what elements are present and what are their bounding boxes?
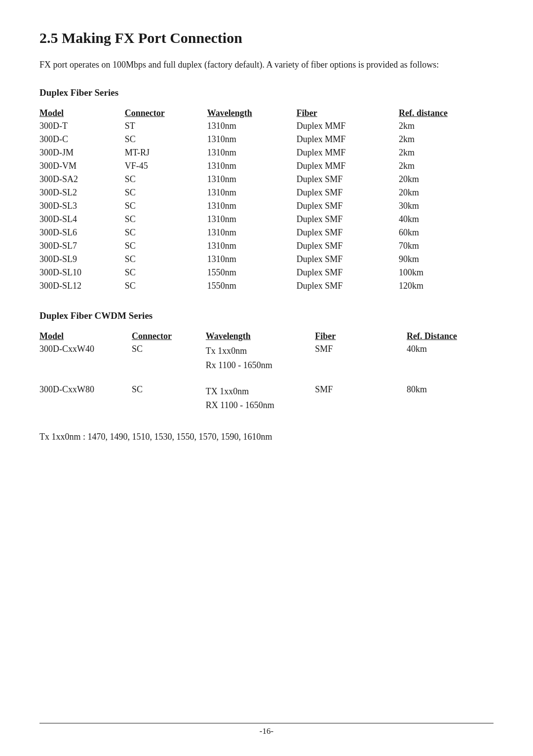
table-row: 300D-SL4SC1310nmDuplex SMF40km [39,213,494,226]
cell-model: 300D-SL6 [39,226,125,239]
col-header-connector: Connector [125,107,207,119]
table-row: 300D-VMVF-451310nmDuplex MMF2km [39,159,494,173]
section1-subtitle: Duplex Fiber Series [39,87,494,98]
intro-paragraph: FX port operates on 100Mbps and full dup… [39,58,494,72]
cell-fiber: Duplex SMF [297,186,399,199]
cell-wavelength: 1310nm [207,213,297,226]
note-text: Tx 1xx0nm : 1470, 1490, 1510, 1530, 1550… [39,432,494,442]
cell-ref_distance: 2km [399,159,494,173]
cell-model: 300D-VM [39,159,125,173]
cwdm-fiber-table: Model Connector Wavelength Fiber Ref. Di… [39,330,494,414]
table-row: 300D-SL12SC1550nmDuplex SMF120km [39,279,494,293]
cell-wavelength: TX 1xx0nmRX 1100 - 1650nm [206,383,315,415]
cell-model: 300D-SA2 [39,173,125,186]
cell-wavelength: 1310nm [207,173,297,186]
col-header-fiber: Fiber [297,107,399,119]
cell-model: 300D-SL2 [39,186,125,199]
cwdm-col-header-fiber: Fiber [315,330,407,342]
table-row: 300D-SL9SC1310nmDuplex SMF90km [39,253,494,266]
cell-ref_distance: 2km [399,146,494,159]
cell-connector: VF-45 [125,159,207,173]
table-row: 300D-JMMT-RJ1310nmDuplex MMF2km [39,146,494,159]
cell-wavelength: 1310nm [207,253,297,266]
cell-fiber: Duplex SMF [297,213,399,226]
cell-fiber: Duplex SMF [297,279,399,293]
table-row: 300D-SL2SC1310nmDuplex SMF20km [39,186,494,199]
cell-wavelength: 1310nm [207,199,297,213]
table-row: 300D-CSC1310nmDuplex MMF2km [39,133,494,146]
table-row: 300D-SL7SC1310nmDuplex SMF70km [39,239,494,253]
cell-fiber: Duplex MMF [297,119,399,133]
cell-connector: MT-RJ [125,146,207,159]
cell-connector: SC [125,173,207,186]
cell-connector: SC [132,383,206,415]
cell-model: 300D-SL7 [39,239,125,253]
cell-fiber: SMF [315,342,407,374]
cell-model: 300D-CxxW80 [39,383,132,415]
cell-model: 300D-T [39,119,125,133]
cell-ref-distance: 80km [407,383,494,415]
cell-connector: SC [125,199,207,213]
table-row: 300D-CxxW80SCTX 1xx0nmRX 1100 - 1650nmSM… [39,383,494,415]
table-row: 300D-SA2SC1310nmDuplex SMF20km [39,173,494,186]
col-header-refdist: Ref. distance [399,107,494,119]
footer-divider [39,723,494,723]
cell-connector: SC [125,239,207,253]
cwdm-col-header-refdist: Ref. Distance [407,330,494,342]
cell-fiber: Duplex MMF [297,133,399,146]
cell-model: 300D-SL3 [39,199,125,213]
page-footer: -16- [0,723,533,736]
cell-connector: SC [125,213,207,226]
cell-ref-distance: 40km [407,342,494,374]
table-row: 300D-SL6SC1310nmDuplex SMF60km [39,226,494,239]
cell-wavelength: 1310nm [207,239,297,253]
cell-model: 300D-CxxW40 [39,342,132,374]
table-row: 300D-CxxW40SCTx 1xx0nmRx 1100 - 1650nmSM… [39,342,494,374]
cell-wavelength: 1310nm [207,133,297,146]
cell-fiber: Duplex SMF [297,173,399,186]
cell-fiber: Duplex MMF [297,159,399,173]
page-title: 2.5 Making FX Port Connection [39,30,494,46]
cwdm-col-header-wavelength: Wavelength [206,330,315,342]
cell-fiber: Duplex MMF [297,146,399,159]
cell-wavelength: 1310nm [207,146,297,159]
cell-ref_distance: 90km [399,253,494,266]
cell-model: 300D-SL9 [39,253,125,266]
cell-wavelength: 1550nm [207,279,297,293]
cell-wavelength: 1310nm [207,159,297,173]
cell-wavelength: 1310nm [207,226,297,239]
cell-ref_distance: 20km [399,186,494,199]
cell-fiber: Duplex SMF [297,199,399,213]
cell-ref_distance: 70km [399,239,494,253]
col-header-wavelength: Wavelength [207,107,297,119]
col-header-model: Model [39,107,125,119]
cell-connector: SC [125,266,207,279]
cell-connector: SC [125,279,207,293]
cell-connector: SC [125,186,207,199]
page-number: -16- [0,726,533,736]
cell-ref_distance: 30km [399,199,494,213]
cell-wavelength: 1310nm [207,186,297,199]
cwdm-col-header-model: Model [39,330,132,342]
cell-model: 300D-JM [39,146,125,159]
cell-ref_distance: 60km [399,226,494,239]
cell-wavelength: Tx 1xx0nmRx 1100 - 1650nm [206,342,315,374]
cell-connector: SC [125,226,207,239]
cell-fiber: SMF [315,383,407,415]
cell-model: 300D-SL12 [39,279,125,293]
cell-model: 300D-SL10 [39,266,125,279]
duplex-fiber-table: Model Connector Wavelength Fiber Ref. di… [39,107,494,293]
cell-connector: ST [125,119,207,133]
cell-fiber: Duplex SMF [297,266,399,279]
cell-wavelength: 1550nm [207,266,297,279]
cell-model: 300D-SL4 [39,213,125,226]
cell-ref_distance: 40km [399,213,494,226]
table-row: 300D-SL10SC1550nmDuplex SMF100km [39,266,494,279]
cell-ref_distance: 2km [399,133,494,146]
table-row: 300D-TST1310nmDuplex MMF2km [39,119,494,133]
cell-ref_distance: 120km [399,279,494,293]
cell-wavelength: 1310nm [207,119,297,133]
table-row: 300D-SL3SC1310nmDuplex SMF30km [39,199,494,213]
cell-ref_distance: 2km [399,119,494,133]
cell-connector: SC [125,253,207,266]
